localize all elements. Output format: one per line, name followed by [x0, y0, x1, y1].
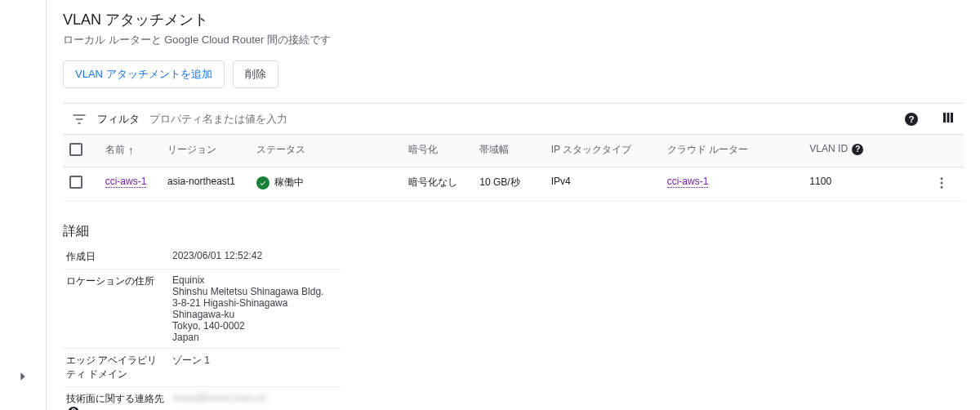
cell-region: asia-northeast1: [161, 167, 250, 202]
cell-encryption: 暗号化なし: [402, 167, 473, 202]
expand-rail-icon[interactable]: [16, 370, 29, 385]
detail-key-tech-contact: 技術面に関する連絡先 ?: [63, 387, 169, 411]
column-header-status[interactable]: ステータス: [250, 135, 402, 167]
details-table: 作成日 2023/06/01 12:52:42 ロケーションの住所 Equini…: [63, 245, 341, 410]
detail-val-edge-domain: ゾーン 1: [169, 349, 341, 387]
column-header-cloud-router[interactable]: クラウド ルーター: [661, 135, 804, 167]
filter-input[interactable]: [149, 113, 895, 125]
cell-status: 稼働中: [274, 176, 304, 189]
detail-val-created: 2023/06/01 12:52:42: [169, 245, 341, 270]
page-subtitle: ローカル ルーターと Google Cloud Router 間の接続です: [63, 33, 964, 47]
detail-key-location: ロケーションの住所: [63, 270, 169, 349]
detail-key-edge-domain: エッジ アベイラビリティ ドメイン: [63, 349, 169, 387]
detail-key-created: 作成日: [63, 245, 169, 270]
column-header-encryption[interactable]: 暗号化: [402, 135, 473, 167]
svg-point-1: [941, 182, 943, 185]
cell-vlan-id: 1100: [803, 167, 928, 202]
vlan-attachments-table: 名前 ↑ リージョン ステータス 暗号化 帯域幅 IP スタックタイプ クラウド…: [63, 135, 964, 202]
sort-asc-icon: ↑: [128, 145, 134, 156]
svg-point-0: [941, 177, 943, 180]
left-rail: [0, 0, 46, 410]
details-heading: 詳細: [63, 223, 964, 240]
delete-button[interactable]: 削除: [233, 60, 278, 88]
filter-label: フィルタ: [97, 112, 140, 127]
cell-bandwidth: 10 GB/秒: [473, 167, 544, 202]
select-all-checkbox[interactable]: [69, 143, 82, 156]
column-header-bandwidth[interactable]: 帯域幅: [473, 135, 544, 167]
add-vlan-attachment-button[interactable]: VLAN アタッチメントを追加: [63, 60, 225, 88]
column-display-icon[interactable]: [941, 110, 956, 127]
column-header-ipstack[interactable]: IP スタックタイプ: [545, 135, 661, 167]
svg-point-2: [941, 186, 943, 189]
row-actions-menu-icon[interactable]: [934, 181, 949, 193]
vlan-attachment-link[interactable]: cci-aws-1: [105, 176, 147, 188]
row-checkbox[interactable]: [69, 176, 82, 189]
column-header-vlan-id[interactable]: VLAN ID: [809, 143, 848, 154]
status-ok-icon: [256, 176, 270, 189]
detail-val-tech-contact: xxxxx@xxxxx.xxxx.xx: [169, 387, 341, 411]
tech-contact-help-icon[interactable]: ?: [68, 407, 79, 411]
cloud-router-link[interactable]: cci-aws-1: [667, 176, 709, 188]
vlan-id-help-icon[interactable]: ?: [852, 144, 863, 155]
detail-val-location: Equinix Shinshu Meitetsu Shinagawa Bldg.…: [169, 270, 341, 349]
help-icon[interactable]: ?: [905, 113, 918, 126]
page-title: VLAN アタッチメント: [63, 10, 964, 29]
filter-icon: [71, 111, 87, 127]
table-row: cci-aws-1 asia-northeast1 稼働中 暗号化なし 10 G…: [63, 167, 964, 202]
cell-ipstack: IPv4: [545, 167, 661, 202]
column-header-name[interactable]: 名前: [105, 143, 125, 157]
column-header-region[interactable]: リージョン: [161, 135, 250, 167]
